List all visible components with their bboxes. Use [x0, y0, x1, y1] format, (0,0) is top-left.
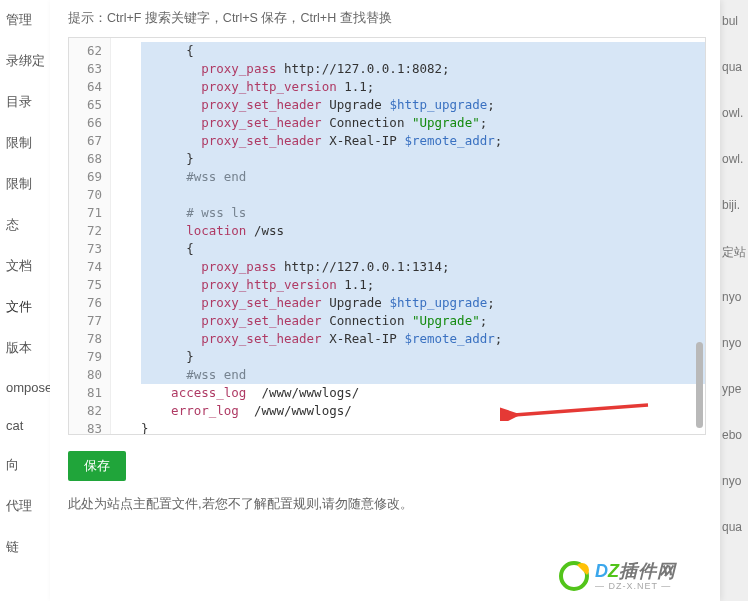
right-strip-item: ype: [720, 378, 748, 424]
sidebar-item[interactable]: 态: [0, 211, 50, 239]
code-line[interactable]: {: [141, 42, 705, 60]
right-strip-item: bul: [720, 10, 748, 56]
code-line[interactable]: #wss end: [141, 168, 705, 186]
watermark-logo-icon: [559, 561, 589, 591]
sidebar-item[interactable]: 管理: [0, 6, 50, 34]
code-line[interactable]: proxy_set_header X-Real-IP $remote_addr;: [141, 132, 705, 150]
code-line[interactable]: }: [141, 348, 705, 366]
right-strip-item: qua: [720, 516, 748, 562]
code-line[interactable]: proxy_http_version 1.1;: [141, 78, 705, 96]
sidebar-item[interactable]: 限制: [0, 129, 50, 157]
code-editor[interactable]: 6263646566676869707172737475767778798081…: [68, 37, 706, 435]
code-line[interactable]: proxy_http_version 1.1;: [141, 276, 705, 294]
code-line[interactable]: {: [141, 240, 705, 258]
watermark-sub: — DZ-X.NET —: [595, 582, 676, 591]
sidebar-item[interactable]: 代理: [0, 492, 50, 520]
sidebar-item[interactable]: 版本: [0, 334, 50, 362]
sidebar-item[interactable]: 文档: [0, 252, 50, 280]
code-line[interactable]: #wss end: [141, 366, 705, 384]
code-line[interactable]: [141, 186, 705, 204]
footer-note: 此处为站点主配置文件,若您不了解配置规则,请勿随意修改。: [68, 495, 706, 513]
line-gutter: 6263646566676869707172737475767778798081…: [69, 38, 111, 434]
right-strip-item: nyo: [720, 470, 748, 516]
sidebar-item[interactable]: 文件: [0, 293, 50, 321]
code-line[interactable]: proxy_set_header Connection "Upgrade";: [141, 114, 705, 132]
watermark-title: DZ插件网: [595, 562, 676, 580]
editor-hint: 提示：Ctrl+F 搜索关键字，Ctrl+S 保存，Ctrl+H 查找替换: [68, 8, 706, 37]
main-panel: 提示：Ctrl+F 搜索关键字，Ctrl+S 保存，Ctrl+H 查找替换 62…: [50, 0, 720, 601]
right-strip: bulquaowl.owl.biji.定站nyonyoypeebonyoqua: [720, 0, 748, 601]
code-line[interactable]: }: [141, 150, 705, 168]
code-line[interactable]: error_log /www/wwwlogs/: [141, 402, 705, 420]
right-strip-item: owl.: [720, 102, 748, 148]
right-strip-item: ebo: [720, 424, 748, 470]
code-area[interactable]: { proxy_pass http://127.0.0.1:8082; prox…: [111, 38, 705, 434]
code-line[interactable]: proxy_pass http://127.0.0.1:8082;: [141, 60, 705, 78]
sidebar-item[interactable]: cat: [0, 413, 50, 438]
watermark: DZ插件网 — DZ-X.NET —: [559, 561, 676, 591]
code-line[interactable]: proxy_set_header Connection "Upgrade";: [141, 312, 705, 330]
code-line[interactable]: proxy_pass http://127.0.0.1:1314;: [141, 258, 705, 276]
sidebar-item[interactable]: 录绑定: [0, 47, 50, 75]
sidebar-item[interactable]: 限制: [0, 170, 50, 198]
code-line[interactable]: proxy_set_header X-Real-IP $remote_addr;: [141, 330, 705, 348]
code-line[interactable]: proxy_set_header Upgrade $http_upgrade;: [141, 96, 705, 114]
right-strip-item: qua: [720, 56, 748, 102]
left-sidebar: 管理录绑定目录限制限制态文档文件版本omposercat向代理链: [0, 0, 50, 601]
save-button[interactable]: 保存: [68, 451, 126, 481]
sidebar-item[interactable]: omposer: [0, 375, 50, 400]
code-line[interactable]: }: [141, 420, 705, 434]
right-strip-item: nyo: [720, 286, 748, 332]
sidebar-item[interactable]: 链: [0, 533, 50, 561]
right-strip-item: 定站: [720, 240, 748, 286]
editor-scrollbar[interactable]: [696, 342, 703, 428]
right-strip-item: owl.: [720, 148, 748, 194]
sidebar-item[interactable]: 目录: [0, 88, 50, 116]
code-line[interactable]: proxy_set_header Upgrade $http_upgrade;: [141, 294, 705, 312]
right-strip-item: biji.: [720, 194, 748, 240]
sidebar-item[interactable]: 向: [0, 451, 50, 479]
code-line[interactable]: # wss ls: [141, 204, 705, 222]
right-strip-item: nyo: [720, 332, 748, 378]
code-line[interactable]: location /wss: [141, 222, 705, 240]
code-line[interactable]: access_log /www/wwwlogs/: [141, 384, 705, 402]
